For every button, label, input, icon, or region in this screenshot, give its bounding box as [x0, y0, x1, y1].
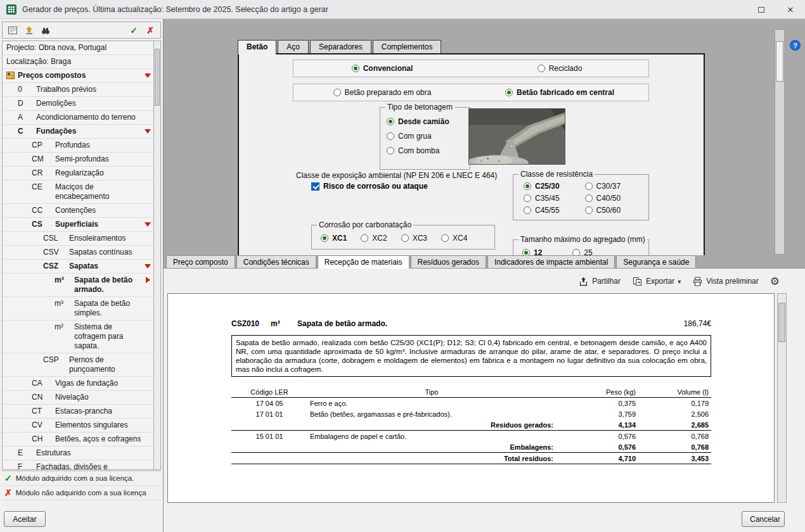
- sidebar-scrollbar[interactable]: [153, 41, 161, 470]
- tab-seguranca-e-saude[interactable]: Segurança e saúde: [616, 255, 696, 268]
- window-controls: ✕: [747, 0, 805, 19]
- settings-button[interactable]: ⚙: [770, 276, 780, 287]
- tab-residuos-gerados[interactable]: Resíduos gerados: [411, 255, 486, 268]
- sidebar-tree: Projecto: Obra nova, PortugalLocalização…: [2, 41, 155, 470]
- radio-betao-preparado-em-obra[interactable]: Betão preparado em obra: [293, 88, 471, 97]
- radio-label: Desde camião: [398, 117, 449, 126]
- radio-c35-45[interactable]: C35/45: [524, 194, 585, 203]
- radio-c45-55[interactable]: C45/55: [524, 206, 585, 215]
- tree-item-fachadas-divisoes-e-proteccoes[interactable]: FFachadas, divisões e protecções: [3, 460, 154, 470]
- price-list-button[interactable]: [6, 23, 20, 37]
- tree-item-contencoes[interactable]: CCContenções: [3, 204, 154, 218]
- tree-item-estruturas[interactable]: EEstruturas: [3, 446, 154, 460]
- tree-item-betoes-acos-e-cofragens[interactable]: CHBetões, aços e cofragens: [3, 433, 154, 446]
- tree-item-label: Sapatas: [69, 262, 144, 271]
- tree-item-sapatas-continuas[interactable]: CSVSapatas contínuas: [3, 246, 154, 260]
- tree-item-profundas[interactable]: CPProfundas: [3, 139, 154, 153]
- radio-c25-30[interactable]: C25/30: [524, 182, 585, 191]
- tab-condicoes-tecnicas[interactable]: Condições técnicas: [236, 255, 316, 268]
- tree-item-sapata-de-betao-armado[interactable]: m³Sapata de betão armado.: [3, 274, 154, 297]
- tree-item-sapata-de-betao-simples[interactable]: m³Sapata de betão simples.: [3, 297, 154, 320]
- confirm-button[interactable]: ✓: [127, 23, 141, 37]
- print-preview-button[interactable]: Vista preliminar: [692, 276, 758, 287]
- tree-item-projecto-obra-nova-portugal[interactable]: Projecto: Obra nova, Portugal: [3, 41, 154, 55]
- tree-item-demolicoes[interactable]: DDemolições: [3, 97, 154, 111]
- item-description: Sapata de betão armado, realizada com be…: [231, 335, 711, 377]
- tree-item-pernos-de-puncoamento[interactable]: CSPPernos de punçoamento: [3, 353, 154, 377]
- residues-table: Código LERTipoPeso (kg)Volume (l) 17 04 …: [231, 387, 711, 464]
- tree-item-code: CN: [32, 393, 52, 402]
- upload-arrow-icon: [24, 25, 34, 35]
- radio-desde-camiao[interactable]: Desde camião: [387, 117, 470, 126]
- tree-item-sistema-de-cofragem-para-sapata[interactable]: m²Sistema de cofragem para sapata.: [3, 320, 154, 353]
- tree-item-code: E: [18, 448, 33, 458]
- radio-betao-fabricado-em-central[interactable]: Betão fabricado em central: [471, 88, 648, 97]
- exposure-class-label: Classe de exposição ambiental (NP EN 206…: [296, 171, 497, 180]
- tree-item-elementos-singulares[interactable]: CVElementos singulares: [3, 419, 154, 433]
- tree-item-localizacao-braga[interactable]: Localização: Braga: [3, 55, 154, 69]
- tree-item-superficiais[interactable]: CSSuperficiais: [3, 218, 154, 232]
- tab-recepcao-de-materiais[interactable]: Recepção de materiais: [318, 255, 409, 269]
- cancel-x-button[interactable]: ✗: [143, 23, 157, 37]
- radio-com-bomba[interactable]: Com bomba: [387, 146, 470, 155]
- radio-xc1[interactable]: XC1: [321, 234, 347, 243]
- column-header: Peso (kg): [556, 387, 638, 398]
- tree-item-macicos-de-encabecamento[interactable]: CEMaciços de encabeçamento: [3, 180, 154, 204]
- tree-item-fundacoes[interactable]: CFundações: [3, 125, 154, 139]
- maximize-button[interactable]: [747, 0, 776, 19]
- detail-panel: Partilhar Exportar ▾: [164, 268, 805, 532]
- radio-12[interactable]: 12: [522, 248, 542, 255]
- tree-item-sapatas[interactable]: CSZSapatas: [3, 260, 154, 274]
- radio-25[interactable]: 25: [572, 248, 592, 255]
- radio-com-grua[interactable]: Com grua: [387, 132, 470, 141]
- radio-reciclado[interactable]: Reciclado: [471, 64, 648, 73]
- tab-indicadores-de-impacte-ambiental[interactable]: Indicadores de impacte ambiental: [487, 255, 615, 268]
- item-unit: m³: [271, 319, 297, 328]
- tab-separadores[interactable]: Separadores: [310, 40, 371, 53]
- document-scrollbar[interactable]: [777, 293, 787, 503]
- radio-xc2[interactable]: XC2: [361, 234, 387, 243]
- legend-label: Módulo não adquirido com a sua licença: [16, 489, 146, 497]
- accept-button[interactable]: Aceitar: [4, 511, 46, 527]
- tree-item-trabalhos-previos[interactable]: 0Trabalhos prévios: [3, 83, 154, 97]
- tree-item-code: C: [18, 127, 33, 136]
- tree-item-ensoleiramentos[interactable]: CSLEnsoleiramentos: [3, 232, 154, 246]
- radio-xc4[interactable]: XC4: [441, 234, 467, 243]
- tree-item-regularizacao[interactable]: CRRegularização: [3, 167, 154, 180]
- radio-convencional[interactable]: Convencional: [293, 64, 471, 73]
- tab-aco[interactable]: Aço: [278, 40, 309, 53]
- help-button[interactable]: ?: [790, 40, 801, 51]
- tree-item-estacas-prancha[interactable]: CTEstacas-prancha: [3, 405, 154, 419]
- tree-item-code: CA: [32, 379, 52, 388]
- tree-item-semi-profundas[interactable]: CMSemi-profundas: [3, 153, 154, 167]
- radio-c30-37[interactable]: C30/37: [585, 182, 647, 191]
- tree-item-vigas-de-fundacao[interactable]: CAVigas de fundação: [3, 377, 154, 391]
- close-button[interactable]: ✕: [776, 0, 805, 19]
- scrollbar-thumb[interactable]: [776, 41, 783, 82]
- radio-c40-50[interactable]: C40/50: [585, 194, 647, 203]
- scrollbar-thumb[interactable]: [778, 303, 785, 342]
- column-header: Código LER: [231, 387, 307, 398]
- scrollbar-thumb[interactable]: [155, 49, 160, 106]
- corrosion-risk-checkbox[interactable]: Risco de corrosão ou ataque: [311, 182, 428, 191]
- search-button[interactable]: [39, 23, 53, 37]
- tree-item-acondicionamento-do-terreno[interactable]: AAcondicionamento do terreno: [3, 111, 154, 125]
- tree-item-label: Sapata de betão armado.: [74, 276, 144, 294]
- radio-xc3[interactable]: XC3: [401, 234, 427, 243]
- tree-item-label: Acondicionamento do terreno: [36, 113, 144, 122]
- upload-button[interactable]: [22, 23, 36, 37]
- concrete-pour-photo: [468, 108, 565, 165]
- share-button[interactable]: Partilhar: [578, 276, 621, 287]
- tab-complementos[interactable]: Complementos: [373, 40, 442, 53]
- form-scrollbar[interactable]: [775, 29, 785, 255]
- export-button[interactable]: Exportar ▾: [632, 276, 681, 287]
- tree-item-nivelacao[interactable]: CNNivelação: [3, 391, 154, 405]
- cancel-button[interactable]: Cancelar: [742, 511, 785, 527]
- tree-item-code: CSZ: [43, 262, 66, 271]
- document-toolbar: Partilhar Exportar ▾: [578, 273, 780, 289]
- radio-label: XC2: [372, 234, 387, 243]
- tab-betao[interactable]: Betão: [238, 40, 276, 54]
- radio-c50-60[interactable]: C50/60: [585, 206, 647, 215]
- tree-item-precos-compostos[interactable]: Preços compostos: [3, 69, 154, 83]
- tab-preco-composto[interactable]: Preço composto: [166, 255, 235, 268]
